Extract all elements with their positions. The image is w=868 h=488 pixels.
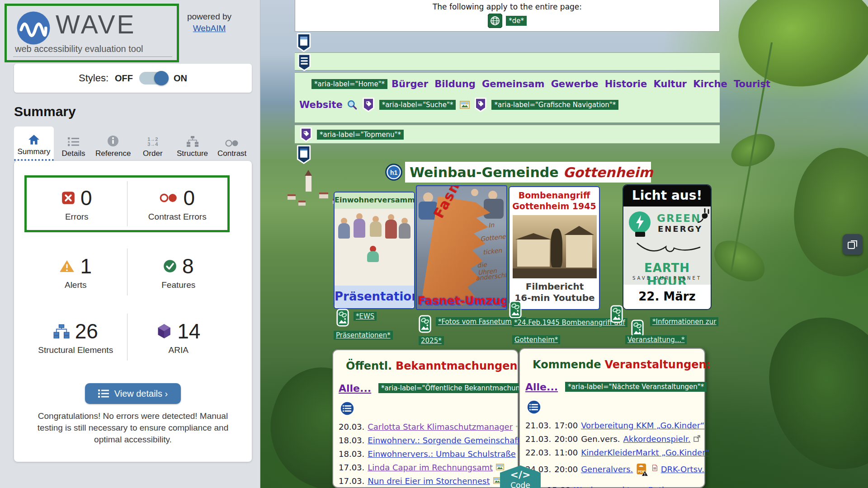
event-link[interactable]: Vorbereitung KKM „Go.Kinder“	[581, 421, 704, 430]
image-link-label[interactable]: Veranstaltung...*	[625, 335, 687, 344]
tab-order[interactable]: 1→2 3→4 Order	[133, 127, 173, 161]
stat-features[interactable]: 8 Features	[127, 245, 230, 299]
stat-contrast-errors[interactable]: 0 Contrast Errors	[127, 178, 228, 230]
aria-cube-icon	[156, 323, 172, 339]
panel-bekanntmachungen: h2 Öffentl. Bekanntmachungen: Alle... *a…	[332, 349, 519, 488]
navigation-landmark-icon[interactable]	[297, 53, 311, 71]
village-house	[298, 201, 306, 206]
event-link[interactable]: Akkordeonspielr.	[623, 434, 691, 444]
announcement-row: 17.03. Linda Capar im Rechnungsamt	[333, 463, 518, 472]
event-link[interactable]: Wochenmarkt am Rathaus	[574, 485, 681, 488]
styles-toggle[interactable]	[139, 72, 167, 84]
structure-tree-icon	[186, 136, 199, 147]
clipart-person	[399, 218, 410, 239]
handwriting: ticken	[482, 247, 502, 256]
tab-label: Order	[143, 149, 162, 158]
announcement-link[interactable]: Einwohnerv.: Sorgende Gemeinschaft	[368, 436, 520, 445]
main-landmark-icon[interactable]	[297, 145, 311, 164]
event-row: 24.03. 20:00 Generalvers. PDF DRK-Ortsv.	[520, 464, 704, 479]
list-structure-icon[interactable]	[526, 399, 542, 415]
image-bombenangriff[interactable]: Bombenangriff Gottenheim 1945 Filmberich…	[509, 186, 600, 310]
page-title-green: Weinbau-Gemeinde	[410, 164, 559, 180]
event-row: 21.03. 20:00 Gen.vers. Akkordeonspielr.	[520, 434, 704, 444]
image-praesentation[interactable]: Einwohnerversammlung Präsentation	[334, 192, 415, 309]
webaim-link[interactable]: WebAIM	[193, 23, 226, 33]
event-link[interactable]: KinderKleiderMarkt „Go.Kinder“	[581, 448, 710, 457]
summary-stats-card: 0 Errors 0 Contrast Errors	[14, 161, 252, 462]
powered-by: powered by WebAIM	[179, 11, 240, 34]
tab-label: Contrast	[217, 149, 246, 158]
tab-summary[interactable]: Summary	[14, 127, 54, 161]
village-house	[288, 194, 296, 200]
wave-sidebar: WAVE web accessibility evaluation tool p…	[0, 0, 260, 488]
bulb-icon	[629, 211, 651, 233]
image-icon	[516, 423, 518, 430]
linked-image-icon[interactable]	[336, 308, 349, 327]
aria-label-events: *aria-label="Nächste Veranstaltungen"*	[565, 382, 707, 392]
linked-image-icon[interactable]	[509, 300, 522, 319]
info-icon	[107, 135, 119, 147]
event-time: 22. März 20:30	[623, 285, 711, 309]
event-link[interactable]: Generalvers.	[581, 465, 633, 474]
tab-details[interactable]: Details	[54, 127, 94, 161]
stat-label: Errors	[65, 212, 89, 222]
tab-reference[interactable]: Reference	[93, 127, 133, 161]
image-link-label[interactable]: Präsentationen*	[334, 331, 393, 340]
styles-on-label: ON	[174, 73, 187, 84]
image-link-label[interactable]: Gottenheim*	[512, 335, 560, 344]
tab-structure[interactable]: Structure	[173, 127, 212, 161]
stat-errors[interactable]: 0 Errors	[27, 178, 127, 230]
code-icon: </>	[500, 469, 541, 480]
language-globe-icon[interactable]	[488, 14, 502, 28]
image-fasnet[interactable]: Fasnet In Gottene ticken die Uhren ander…	[416, 185, 507, 310]
announcement-link[interactable]: Einwohnervers.: Umbau Schulstraße	[368, 449, 516, 459]
image-title: Einwohnerversammlung	[335, 192, 414, 209]
clipart-person	[370, 216, 382, 237]
all-announcements-link[interactable]: Alle...	[339, 383, 371, 394]
stat-value: 1	[80, 254, 92, 278]
event-title: EARTH HOUR	[623, 261, 711, 288]
ground	[513, 268, 597, 278]
aria-label-tag-icon[interactable]	[362, 97, 375, 113]
h1-icon[interactable]: h1	[385, 164, 402, 181]
aria-label-tag-icon[interactable]	[299, 127, 313, 142]
handwriting: Gottene	[480, 233, 506, 243]
all-events-link[interactable]: Alle...	[525, 381, 558, 393]
tab-contrast[interactable]: Contrast	[212, 127, 252, 161]
announcement-link[interactable]: Carlotta Stark Klimaschutzmanager	[368, 422, 513, 432]
event-tagline: SAVE OUR PLANET	[623, 276, 711, 281]
image-title: Licht aus!	[623, 185, 711, 206]
toggle-knob[interactable]	[154, 71, 169, 85]
aria-label-tag-icon[interactable]	[474, 97, 487, 113]
pdf-alert-icon[interactable]: PDF	[636, 461, 648, 479]
event-link[interactable]: DRK-Ortsv.	[661, 465, 704, 474]
list-structure-icon[interactable]	[340, 401, 355, 416]
nav-link-website[interactable]: Website	[299, 99, 343, 110]
image-link-label[interactable]: 2025*	[419, 336, 444, 345]
linked-image-icon[interactable]	[419, 314, 431, 333]
image-link-label[interactable]: *EWS	[354, 312, 377, 321]
announcement-link[interactable]: Nun drei Eier im Storchennest	[368, 476, 490, 486]
view-details-button[interactable]: View details ›	[85, 383, 181, 404]
tab-label: Details	[62, 149, 85, 158]
announcement-link[interactable]: Linda Capar im Rechnungsamt	[368, 463, 493, 472]
lang-tag: *de*	[506, 16, 527, 26]
stat-structural[interactable]: 26 Structural Elements	[24, 310, 127, 364]
panel-heading-green: Kommende	[533, 358, 601, 371]
event-row: 22.03. 11:00 KinderKleiderMarkt „Go.Kind…	[520, 448, 704, 457]
clipart-person	[354, 213, 365, 238]
home-icon	[28, 134, 40, 145]
image-earth-hour[interactable]: Licht aus! GREEN ENERGY EARTH HOUR SAVE …	[623, 184, 712, 310]
header-landmark-icon[interactable]	[297, 33, 311, 52]
overlay-layers-button[interactable]	[843, 234, 863, 255]
stat-value: 26	[75, 319, 98, 343]
nav-menu-links[interactable]: Bürger Bildung Gemeinsam Gewerbe Histori…	[392, 79, 770, 89]
linked-image-icon[interactable]	[610, 305, 623, 324]
stat-aria[interactable]: 14 ARIA	[127, 310, 230, 364]
clipart-child	[367, 246, 379, 262]
search-icon[interactable]	[347, 99, 358, 110]
image-link-label[interactable]: *Informationen zur	[650, 317, 718, 326]
contrast-icon	[225, 140, 239, 147]
bulb-base	[635, 232, 645, 237]
stat-alerts[interactable]: 1 Alerts	[24, 245, 127, 299]
